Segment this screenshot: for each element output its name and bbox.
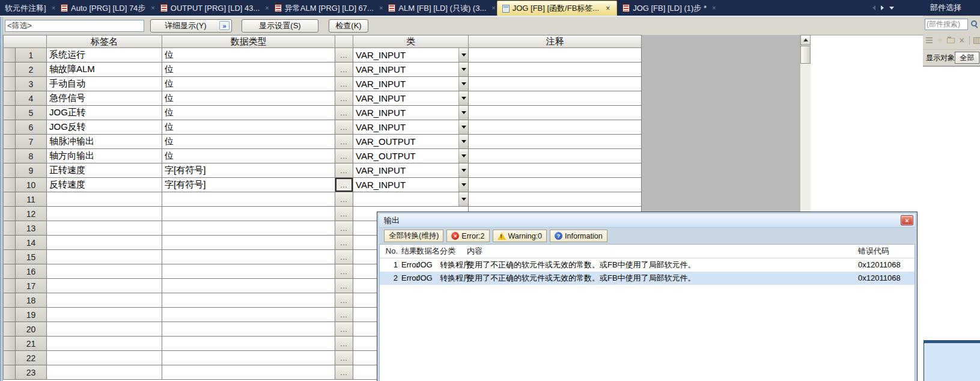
row-number[interactable]: 8 [16,149,47,163]
filter-input[interactable] [5,20,144,32]
comment-cell[interactable] [469,163,642,178]
row-handle[interactable] [3,351,16,365]
row-handle[interactable] [3,106,16,120]
class-dropdown-arrow-icon[interactable] [458,192,468,206]
prev-tab-icon[interactable] [872,5,875,10]
comment-cell[interactable] [469,48,642,62]
label-name-cell[interactable] [47,221,162,236]
row-number[interactable]: 18 [16,293,47,308]
var-class-cell[interactable]: VAR_INPUT [353,62,469,77]
row-handle[interactable] [3,279,16,293]
data-type-cell[interactable] [162,337,335,351]
row-handle[interactable] [3,163,16,178]
data-type-picker-button[interactable]: ... [335,207,353,221]
row-handle[interactable] [3,178,16,192]
comment-cell[interactable] [469,135,642,149]
class-dropdown-arrow-icon[interactable] [458,77,468,91]
row-handle[interactable] [3,120,16,135]
label-name-cell[interactable]: 系统运行 [47,48,162,62]
information-filter-button[interactable]: Information [550,230,607,242]
var-class-cell[interactable]: VAR_INPUT [353,91,469,106]
data-type-picker-button[interactable]: ... [335,322,353,337]
class-dropdown-arrow-icon[interactable] [458,91,468,105]
data-type-picker-button[interactable]: ... [335,77,353,91]
data-type-cell[interactable]: 位 [162,48,335,62]
document-tab[interactable]: JOG [FB] [函数/FB标签... [497,1,617,16]
data-type-picker-button[interactable]: ... [335,293,353,308]
warning-filter-button[interactable]: Warning:0 [493,230,547,242]
check-button[interactable]: 检查(K) [329,19,368,32]
data-type-picker-button[interactable]: ... [335,236,353,250]
class-dropdown-arrow-icon[interactable] [458,149,468,163]
label-name-cell[interactable]: 轴方向输出 [47,149,162,163]
row-handle[interactable] [3,264,16,279]
data-type-picker-button[interactable]: ... [335,308,353,322]
module-tool-icon[interactable] [973,37,980,44]
detail-display-button[interactable]: 详细显示(Y) » [150,19,232,32]
comment-cell[interactable] [469,120,642,135]
data-type-picker-button[interactable]: ... [335,135,353,149]
list-view-icon[interactable] [926,37,933,43]
data-type-picker-button[interactable]: ... [335,48,353,62]
output-row[interactable]: 2 Error JOG 转换程序 使用了不正确的软元件或无效的常数。或FB中使用… [380,272,915,285]
row-number[interactable]: 16 [16,264,47,279]
row-handle[interactable] [3,365,16,380]
data-type-picker-button[interactable]: ... [335,221,353,236]
document-tab[interactable]: ALM [FB] [LD] (只读) (3... [383,1,491,16]
label-name-cell[interactable] [47,279,162,293]
label-name-cell[interactable] [47,192,162,207]
data-type-picker-button[interactable]: ... [335,279,353,293]
label-name-cell[interactable]: JOG反转 [47,120,162,135]
comment-cell[interactable] [469,91,642,106]
data-type-cell[interactable]: 位 [162,106,335,120]
row-number[interactable]: 1 [16,48,47,62]
data-type-picker-button[interactable]: ... [335,264,353,279]
row-number[interactable]: 7 [16,135,47,149]
class-dropdown-arrow-icon[interactable] [458,135,468,148]
label-name-cell[interactable]: 手动自动 [47,77,162,91]
comment-cell[interactable] [469,178,642,192]
row-number[interactable]: 2 [16,62,47,77]
search-icon[interactable] [970,20,979,29]
row-handle[interactable] [3,322,16,337]
data-type-cell[interactable]: 位 [162,77,335,91]
label-name-cell[interactable] [47,308,162,322]
var-class-cell[interactable]: VAR_INPUT [353,77,469,91]
class-dropdown-arrow-icon[interactable] [458,120,468,134]
row-handle[interactable] [3,250,16,264]
label-name-cell[interactable] [47,207,162,221]
favorites-star-icon[interactable] [936,35,945,45]
data-type-cell[interactable]: 位 [162,120,335,135]
label-name-cell[interactable] [47,264,162,279]
label-name-cell[interactable] [47,365,162,380]
row-number[interactable]: 17 [16,279,47,293]
data-type-picker-button[interactable]: ... [335,351,353,365]
var-class-cell[interactable]: VAR_INPUT [353,48,469,62]
row-number[interactable]: 21 [16,337,47,351]
folder-icon[interactable] [947,38,955,43]
document-tab[interactable]: JOG [FB] [LD] (1)步 * [618,1,711,16]
document-tab[interactable]: 软元件注释] [0,1,51,16]
comment-cell[interactable] [469,62,642,77]
label-name-cell[interactable]: 急停信号 [47,91,162,106]
row-handle[interactable] [3,236,16,250]
comment-cell[interactable] [469,192,642,207]
element-search-input[interactable] [925,19,968,30]
next-tab-icon[interactable] [881,5,884,10]
class-dropdown-arrow-icon[interactable] [458,106,468,120]
row-handle[interactable] [3,149,16,163]
data-type-cell[interactable] [162,322,335,337]
class-dropdown-arrow-icon[interactable] [458,48,468,62]
class-dropdown-arrow-icon[interactable] [458,178,468,192]
row-handle[interactable] [3,207,16,221]
data-type-cell[interactable] [162,192,335,207]
var-class-cell[interactable]: VAR_INPUT [353,106,469,120]
var-class-cell[interactable]: VAR_OUTPUT [353,135,469,149]
data-type-picker-button[interactable]: ... [335,91,353,106]
data-type-picker-button[interactable]: ... [335,106,353,120]
data-type-cell[interactable] [162,351,335,365]
label-name-cell[interactable]: JOG正转 [47,106,162,120]
chevron-more-icon[interactable]: » [219,21,230,30]
label-name-cell[interactable]: 反转速度 [47,178,162,192]
row-number[interactable]: 4 [16,91,47,106]
